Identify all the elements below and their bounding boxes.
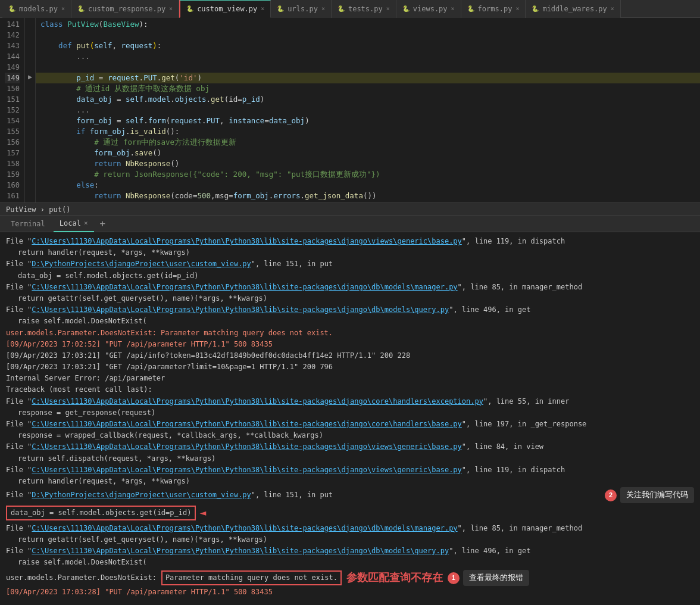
code-line-160: else: (36, 180, 700, 191)
python-icon-3: 🐍 (186, 5, 193, 12)
terminal-line-7: File "C:\Users\11130\AppData\Local\Progr… (6, 304, 694, 316)
traceback-link-5[interactable]: C:\Users\11130\AppData\Local\Programs\Py… (32, 397, 483, 406)
traceback-link-7[interactable]: C:\Users\11130\AppData\Local\Programs\Py… (32, 442, 461, 451)
close-terminal-icon[interactable]: × (84, 219, 88, 227)
close-icon-3[interactable]: × (261, 5, 264, 12)
traceback-link-10[interactable]: C:\Users\11130\AppData\Local\Programs\Py… (32, 524, 457, 532)
traceback-link-3[interactable]: C:\Users\11130\AppData\Local\Programs\Py… (32, 283, 457, 291)
tab-forms[interactable]: 🐍 forms.py × (461, 0, 526, 18)
terminal-line-18: File "C:\Users\11130\AppData\Local\Progr… (6, 523, 694, 534)
terminal-line-17: File "D:\PythonProjects\djangoProject\us… (6, 487, 694, 503)
code-line-161: return NbResponse(code=500,msg=form_obj.… (36, 191, 700, 201)
python-icon-8: 🐍 (532, 5, 539, 12)
terminal-line-11: File "C:\Users\11130\AppData\Local\Progr… (6, 419, 694, 430)
tab-middle-wares[interactable]: 🐍 middle_wares.py × (526, 0, 620, 18)
annotation-badge-2: 2 (605, 489, 617, 501)
python-icon: 🐍 (8, 5, 15, 12)
code-line-158: return NbResponse() (36, 158, 700, 169)
terminal-line-log2: [09/Apr/2023 17:03:21] "GET /api/info?to… (6, 350, 694, 361)
terminal-tab-local-label: Local (60, 219, 81, 227)
close-icon-5[interactable]: × (386, 5, 390, 12)
code-line-151: data_obj = self.model.objects.get(id=p_i… (36, 94, 700, 105)
annotation-text-2: 关注我们编写代码 (620, 487, 694, 503)
code-line-162: # return JsonResponse({"code": 500, "msg… (36, 201, 700, 202)
terminal-line-4: data_obj = self.model.objects.get(id=p_i… (6, 270, 694, 282)
line-numbers: 141 142 143 144 149 149 150 151 152 154 … (0, 18, 25, 202)
terminal-line-internal-error: Internal Server Error: /api/parameter (6, 373, 694, 384)
tab-custom-response[interactable]: 🐍 custom_response.py × (71, 0, 179, 18)
close-icon-2[interactable]: × (169, 5, 173, 12)
close-icon-4[interactable]: × (321, 5, 325, 12)
add-terminal-button[interactable]: + (96, 218, 110, 229)
terminal-line-14: return self.dispatch(request, *args, **k… (6, 453, 694, 464)
terminal-line-15: File "C:\Users\11130\AppData\Local\Progr… (6, 464, 694, 476)
tab-custom-view-label: custom_view.py (197, 5, 257, 13)
editor-area: 141 142 143 144 149 149 150 151 152 154 … (0, 18, 700, 202)
close-icon-6[interactable]: × (451, 5, 455, 12)
terminal-line-1: File "C:\Users\11130\AppData\Local\Progr… (6, 236, 694, 247)
breadcrumb-text: PutView › put() (6, 205, 70, 214)
close-icon-7[interactable]: × (515, 5, 519, 12)
code-line-149: p_id = request.PUT.get('id') (36, 73, 700, 83)
code-content[interactable]: class PutView(BaseView): def put(self, r… (36, 18, 700, 202)
terminal-line-20: File "C:\Users\11130\AppData\Local\Progr… (6, 545, 694, 557)
traceback-link-4[interactable]: C:\Users\11130\AppData\Local\Programs\Py… (32, 305, 449, 314)
code-line-152: ... (36, 105, 700, 116)
does-not-exist-box: Parameter matching query does not exist. (161, 570, 342, 585)
terminal-tab-terminal-label: Terminal (11, 220, 45, 228)
traceback-link-11[interactable]: C:\Users\11130\AppData\Local\Programs\Py… (32, 547, 449, 555)
traceback-link-2[interactable]: D:\PythonProjects\djangoProject\user\cus… (32, 260, 251, 268)
annotation-badge-1: 1 (448, 572, 460, 584)
zh-annotation-label: 参数匹配查询不存在 (346, 569, 443, 587)
terminal-line-error1: user.models.Parameter.DoesNotExist: Para… (6, 328, 694, 339)
traceback-link-9[interactable]: D:\PythonProjects\djangoProject\user\cus… (32, 491, 251, 499)
terminal-tabs: Terminal Local × + (0, 216, 700, 232)
tab-models[interactable]: 🐍 models.py × (2, 0, 71, 18)
terminal-line-10: response = get_response(request) (6, 407, 694, 419)
code-line-155: if form_obj.is_valid(): (36, 126, 700, 137)
terminal-tab-local[interactable]: Local × (54, 216, 94, 232)
terminal-line-3: File "D:\PythonProjects\djangoProject\us… (6, 258, 694, 270)
tab-middle-wares-label: middle_wares.py (542, 5, 607, 13)
code-line-156: # 通过 form中的save方法进行数据更新 (36, 137, 700, 148)
tab-tests-label: tests.py (348, 5, 383, 13)
code-line-149-a (36, 62, 700, 73)
close-icon-8[interactable]: × (611, 5, 614, 12)
code-line-154: form_obj = self.form(request.PUT, instan… (36, 116, 700, 126)
tab-views[interactable]: 🐍 views.py × (396, 0, 461, 18)
code-line-142 (36, 30, 700, 40)
tab-urls[interactable]: 🐍 urls.py × (271, 0, 332, 18)
terminal-line-13: File "C:\Users\11130\AppData\Local\Progr… (6, 441, 694, 453)
traceback-link-6[interactable]: C:\Users\11130\AppData\Local\Programs\Py… (32, 420, 461, 428)
highlight-code-box: data_obj = self.model.objects.get(id=p_i… (6, 506, 196, 520)
tab-views-label: views.py (413, 5, 448, 13)
terminal-line-8: raise self.model.DoesNotExist( (6, 316, 694, 327)
close-icon[interactable]: × (61, 5, 65, 12)
terminal-line-6: return getattr(self.get_queryset(), name… (6, 293, 694, 304)
terminal-line-9: File "C:\Users\11130\AppData\Local\Progr… (6, 396, 694, 407)
tab-tests[interactable]: 🐍 tests.py × (332, 0, 396, 18)
tab-custom-view[interactable]: 🐍 custom_view.py × (179, 0, 271, 18)
annotation-2: 2 关注我们编写代码 (605, 487, 694, 503)
terminal-line-log1: [09/Apr/2023 17:02:52] "PUT /api/paramet… (6, 339, 694, 350)
terminal-tab-terminal[interactable]: Terminal (5, 216, 51, 232)
terminal-line-traceback: Traceback (most recent call last): (6, 384, 694, 395)
terminal-final-error-line: user.models.Parameter.DoesNotExist: Para… (6, 569, 694, 587)
tab-models-label: models.py (19, 5, 58, 13)
code-line-141: class PutView(BaseView): (36, 19, 700, 30)
terminal-line-log-last: [09/Apr/2023 17:03:28] "PUT /api/paramet… (6, 587, 694, 598)
code-line-150: # 通过id 从数据库中取这条数据 obj (36, 83, 700, 94)
tab-urls-label: urls.py (288, 5, 318, 13)
gutter: ▶ (25, 18, 36, 202)
traceback-link-1[interactable]: C:\Users\11130\AppData\Local\Programs\Py… (32, 237, 461, 245)
python-icon-5: 🐍 (338, 5, 345, 12)
terminal-line-21: raise self.model.DoesNotExist( (6, 557, 694, 568)
code-line-157: form_obj.save() (36, 148, 700, 158)
annotation-text-1: 查看最终的报错 (463, 570, 529, 586)
terminal-content[interactable]: File "C:\Users\11130\AppData\Local\Progr… (0, 232, 700, 605)
terminal-line-12: response = wrapped_callback(request, *ca… (6, 430, 694, 441)
python-icon-7: 🐍 (467, 5, 474, 12)
traceback-link-8[interactable]: C:\Users\11130\AppData\Local\Programs\Py… (32, 466, 461, 474)
annotation-1: 1 查看最终的报错 (448, 570, 529, 586)
arrow-right-icon: ◄ (199, 504, 206, 522)
